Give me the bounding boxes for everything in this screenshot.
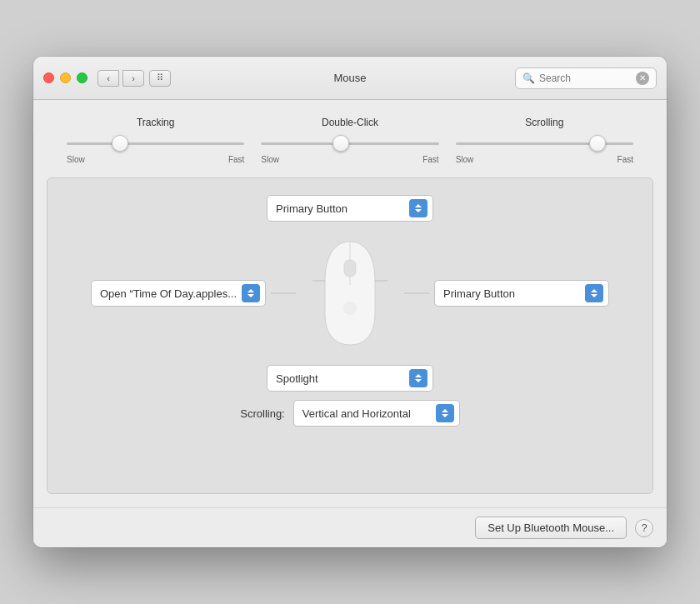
bottom-bar: Set Up Bluetooth Mouse... ? [33,507,667,547]
arrow-up-icon [415,204,422,207]
double-click-slider-track [261,142,438,145]
left-dropdown-text: Open “Time Of Day.apples... [100,287,237,300]
left-arrow-down-icon [248,294,254,297]
scrolling-direction-dropdown[interactable]: Vertical and Horizontal [293,400,460,427]
scrolling-dropdown-arrow [436,404,454,422]
forward-icon: › [132,73,135,83]
nav-buttons: ‹ › [98,70,144,87]
tracking-fast-label: Fast [228,155,244,164]
search-icon: 🔍 [522,72,535,84]
left-arrow-up-icon [248,289,254,292]
double-click-slider-thumb[interactable] [332,135,349,152]
scrolling-range-labels: Slow Fast [456,155,633,164]
svg-rect-2 [344,260,356,277]
spotlight-arrow-down-icon [415,379,422,382]
close-button[interactable] [43,72,54,83]
tracking-slider-track [67,142,244,145]
svg-point-3 [343,302,357,315]
scrolling-direction-row: Scrolling: Vertical and Horizontal [240,400,459,427]
right-arrow-up-icon [591,289,598,292]
top-dropdown-container: Primary Button [64,195,636,222]
left-dropdown[interactable]: Open “Time Of Day.apples... [91,280,266,307]
scrolling-slider-track [456,142,633,145]
window-title: Mouse [333,72,366,84]
tracking-slider-thumb[interactable] [112,135,128,152]
double-click-slow-label: Slow [261,155,279,164]
back-icon: ‹ [107,73,110,83]
search-clear-button[interactable]: ✕ [636,72,649,85]
traffic-lights [43,72,88,83]
scrolling-arrow-down-icon [442,414,448,417]
help-button[interactable]: ? [635,519,653,537]
scrolling-direction-label: Scrolling: [240,407,284,420]
minimize-button[interactable] [60,72,71,83]
search-input[interactable] [539,72,632,84]
mouse-svg [312,235,388,352]
scrolling-arrow-up-icon [442,409,448,412]
double-click-slider-group: Double-Click Slow Fast [261,117,438,164]
mouse-image [304,235,396,352]
right-dropdown-arrow [585,284,603,302]
mouse-config-area: Primary Button Open “Time Of Day.apples.… [47,177,653,494]
grid-view-button[interactable]: ⠿ [149,70,171,87]
tracking-label: Tracking [137,117,175,128]
right-dropdown[interactable]: Primary Button [434,280,609,307]
top-dropdown[interactable]: Primary Button [267,195,433,222]
spotlight-arrow-up-icon [415,374,422,377]
left-connector-line [271,292,296,294]
top-dropdown-text: Primary Button [276,202,404,215]
tracking-slow-label: Slow [67,155,85,164]
tracking-slider-container [67,135,244,152]
right-dropdown-text: Primary Button [443,287,580,300]
scrolling-fast-label: Fast [618,155,633,164]
scrolling-slider-container [456,135,633,152]
spotlight-dropdown[interactable]: Spotlight [267,365,433,392]
top-dropdown-arrow [409,199,428,217]
setup-bluetooth-button[interactable]: Set Up Bluetooth Mouse... [475,517,627,539]
scrolling-speed-label: Scrolling [525,117,563,128]
double-click-range-labels: Slow Fast [261,155,438,164]
double-click-fast-label: Fast [422,155,438,164]
tracking-slider-group: Tracking Slow Fast [67,117,244,164]
left-dropdown-arrow [242,284,260,302]
spotlight-dropdown-text: Spotlight [276,372,404,385]
middle-row: Open “Time Of Day.apples... [64,235,636,352]
forward-button[interactable]: › [122,70,144,87]
scrolling-slider-group: Scrolling Slow Fast [456,117,633,164]
titlebar: ‹ › ⠿ Mouse 🔍 ✕ [33,57,667,100]
tracking-range-labels: Slow Fast [67,155,244,164]
back-button[interactable]: ‹ [98,70,119,87]
right-dropdown-container: Primary Button [404,280,636,307]
scrolling-slow-label: Slow [456,155,474,164]
arrow-down-icon [415,209,422,212]
right-arrow-down-icon [591,294,598,297]
spotlight-dropdown-arrow [409,369,428,387]
maximize-button[interactable] [77,72,88,83]
scrolling-slider-thumb[interactable] [589,135,606,152]
scrolling-direction-text: Vertical and Horizontal [302,407,431,420]
double-click-slider-container [261,135,438,152]
search-bar[interactable]: 🔍 ✕ [515,67,657,89]
right-connector-line [404,292,429,294]
sliders-section: Tracking Slow Fast Double-Click Slow Fa [33,100,667,177]
double-click-label: Double-Click [322,117,378,128]
main-window: ‹ › ⠿ Mouse 🔍 ✕ Tracking Slow [33,57,667,547]
left-dropdown-container: Open “Time Of Day.apples... [64,280,296,307]
bottom-dropdowns: Spotlight Scrolling: Vertical and Horizo… [64,365,636,427]
grid-icon: ⠿ [157,72,163,83]
